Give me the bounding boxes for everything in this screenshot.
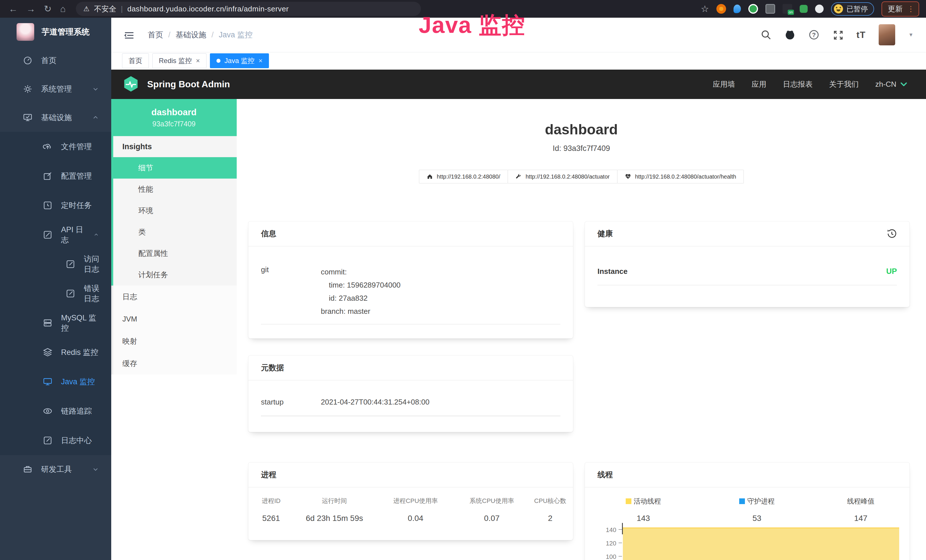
sba-item-classes[interactable]: 类 [113, 221, 237, 243]
url-text[interactable]: dashboard.yudao.iocoder.cn/infra/admin-s… [127, 5, 289, 14]
sba-item-environment[interactable]: 环境 [113, 200, 237, 221]
instance-header[interactable]: dashboard 93a3fc7f7409 [111, 99, 237, 136]
extension-icon[interactable]: on [782, 4, 792, 14]
help-icon[interactable]: ? [808, 29, 819, 40]
extension-icon[interactable] [766, 4, 775, 14]
endpoint-health-button[interactable]: http://192.168.0.2:48080/actuator/health [617, 170, 744, 183]
bookmark-star-icon[interactable]: ☆ [701, 3, 709, 14]
legend-item: 守护进程 [739, 496, 775, 506]
sidebar-item-api-log[interactable]: API 日志 [0, 220, 111, 249]
search-icon[interactable] [761, 29, 772, 40]
process-values: 5261 6d 23h 15m 59s 0.04 0.07 2 [248, 514, 573, 523]
browser-menu-icon[interactable]: ⋮ [907, 5, 915, 14]
sba-item-caches[interactable]: 缓存 [113, 352, 237, 375]
sba-nav-journal[interactable]: 日志报表 [783, 79, 813, 89]
browser-back-icon[interactable]: ← [9, 4, 18, 14]
close-icon[interactable]: × [196, 57, 200, 65]
endpoint-actuator-button[interactable]: http://192.168.0.2:48080/actuator [508, 170, 617, 183]
endpoint-url: http://192.168.0.2:48080/ [437, 173, 500, 180]
sidebar-item-config[interactable]: 配置管理 [0, 161, 111, 191]
cpu-cores-value: 2 [528, 514, 573, 523]
sba-item-logs[interactable]: 日志 [113, 286, 237, 308]
briefcase-icon [23, 465, 33, 474]
wrench-icon [515, 173, 522, 180]
insights-group: Insights 细节 性能 环境 类 配置属性 计划任务 [111, 136, 237, 286]
hamburger-icon[interactable] [124, 30, 135, 40]
sidebar-item-java[interactable]: Java 监控 [0, 367, 111, 396]
tab-java[interactable]: Java 监控 × [210, 53, 269, 68]
sidebar-item-infra[interactable]: 基础设施 [0, 103, 111, 132]
github-icon[interactable] [785, 29, 795, 40]
extension-icon[interactable] [748, 4, 758, 14]
tab-redis[interactable]: Redis 监控 × [152, 53, 206, 68]
sidebar-item-log-center[interactable]: 日志中心 [0, 425, 111, 455]
sidebar-item-files[interactable]: 文件管理 [0, 132, 111, 161]
page-title: dashboard [237, 121, 926, 138]
app-logo-row[interactable]: 芋道管理系统 [0, 18, 111, 46]
sba-item-configprops[interactable]: 配置属性 [113, 243, 237, 264]
avatar[interactable] [879, 24, 895, 45]
sba-language-select[interactable]: zh-CN [875, 80, 908, 89]
sidebar-item-label: 配置管理 [61, 171, 92, 181]
sba-item-metrics[interactable]: 性能 [113, 179, 237, 200]
sba-brand-title[interactable]: Spring Boot Admin [147, 79, 230, 89]
sidebar-item-tracing[interactable]: 链路追踪 [0, 396, 111, 425]
font-size-icon[interactable]: tT [856, 30, 865, 40]
paused-badge[interactable]: 已暂停 [831, 2, 874, 16]
row-label: startup [261, 398, 321, 407]
history-icon[interactable] [887, 229, 897, 239]
y-axis-tick: 100 [593, 553, 616, 560]
sba-nav-wallboard[interactable]: 应用墙 [713, 79, 735, 89]
column-header: 进程ID [248, 496, 294, 505]
extension-icon[interactable] [734, 5, 741, 13]
fullscreen-icon[interactable] [832, 29, 843, 40]
sidebar-item-access-log[interactable]: 访问日志 [0, 249, 111, 279]
clock-history-icon [43, 201, 53, 210]
card-title-text: 元数据 [261, 363, 284, 373]
sba-item-details[interactable]: 细节 [113, 157, 237, 179]
cloud-upload-icon [43, 142, 53, 151]
sidebar-item-mysql[interactable]: MySQL 监控 [0, 308, 111, 338]
health-card-header: 健康 [585, 221, 909, 247]
live-threads-value: 143 [585, 514, 702, 523]
sidebar-item-home[interactable]: 首页 [0, 46, 111, 75]
address-bar[interactable]: ⚠ 不安全 | dashboard.yudao.iocoder.cn/infra… [76, 2, 421, 16]
sidebar-item-label: Redis 监控 [61, 347, 98, 357]
y-axis-tick: 120 [593, 540, 616, 547]
close-icon[interactable]: × [259, 57, 262, 65]
breadcrumb-infra[interactable]: 基础设施 [176, 30, 206, 40]
svg-text:?: ? [812, 31, 816, 38]
chevron-down-icon[interactable]: ▼ [908, 32, 914, 38]
sidebar-item-label: 基础设施 [41, 112, 72, 123]
chevron-down-icon [92, 466, 99, 473]
sba-item-mappings[interactable]: 映射 [113, 330, 237, 352]
sidebar-item-devtools[interactable]: 研发工具 [0, 455, 111, 484]
sidebar-item-error-log[interactable]: 错误日志 [0, 279, 111, 308]
browser-forward-icon[interactable]: → [26, 4, 35, 14]
sidebar-item-jobs[interactable]: 定时任务 [0, 191, 111, 220]
sba-item-jvm[interactable]: JVM [113, 308, 237, 330]
y-axis-tickmark [619, 556, 622, 557]
security-label[interactable]: 不安全 [94, 4, 117, 14]
extension-icon[interactable] [716, 4, 726, 14]
sidebar-item-label: 定时任务 [61, 200, 92, 210]
health-card: 健康 Instance UP [585, 221, 910, 307]
card-title-text: 健康 [598, 229, 613, 239]
gear-icon [23, 84, 33, 94]
endpoint-home-button[interactable]: http://192.168.0.2:48080/ [419, 170, 508, 183]
sba-nav-applications[interactable]: 应用 [752, 79, 766, 89]
extension-puzzle-icon[interactable] [815, 5, 824, 13]
sba-item-scheduled-tasks[interactable]: 计划任务 [113, 264, 237, 286]
update-button[interactable]: 更新 ⋮ [882, 2, 919, 17]
sidebar-item-label: API 日志 [61, 224, 85, 245]
sidebar-item-system[interactable]: 系统管理 [0, 75, 111, 103]
breadcrumb-home[interactable]: 首页 [148, 30, 163, 40]
sba-nav-about[interactable]: 关于我们 [829, 79, 859, 89]
extension-icon[interactable] [800, 5, 808, 13]
git-info-value: commit: time: 1596289704000 id: 27aa832 … [321, 265, 401, 318]
browser-reload-icon[interactable]: ↻ [44, 4, 51, 14]
log-edit-icon [66, 259, 75, 269]
browser-home-icon[interactable]: ⌂ [60, 4, 66, 14]
tab-home[interactable]: 首页 [122, 53, 149, 68]
sidebar-item-redis[interactable]: Redis 监控 [0, 338, 111, 367]
